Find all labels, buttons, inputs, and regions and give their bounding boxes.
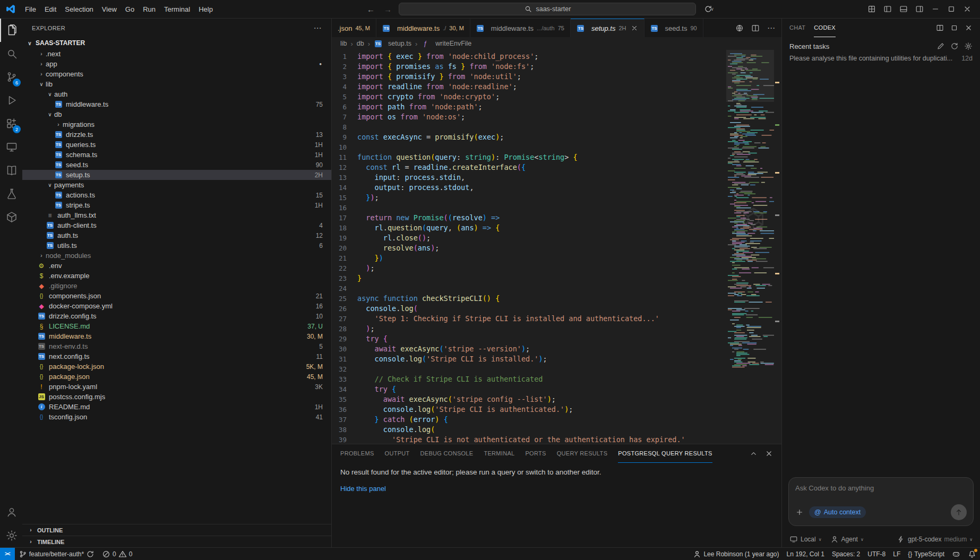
encoding-status[interactable]: UTF-8 bbox=[864, 548, 889, 560]
folder-payments[interactable]: ∨payments bbox=[22, 180, 331, 190]
close-window-button[interactable] bbox=[960, 2, 975, 16]
timeline-section[interactable]: › TIMELINE bbox=[22, 536, 331, 547]
attach-plus-icon[interactable] bbox=[795, 508, 804, 516]
folder-auth[interactable]: ∨auth bbox=[22, 89, 331, 99]
overview-ruler[interactable] bbox=[774, 50, 781, 444]
panel-tab-output[interactable]: OUTPUT bbox=[385, 444, 410, 463]
folder-app[interactable]: ›app● bbox=[22, 59, 331, 69]
file-package-lock.json[interactable]: {}package-lock.json5K, M bbox=[22, 361, 331, 372]
file-auth.ts[interactable]: TSauth.ts12 bbox=[22, 230, 331, 240]
folder-migrations[interactable]: ›migrations bbox=[22, 119, 331, 130]
forward-button[interactable]: → bbox=[382, 5, 393, 14]
cursor-position-status[interactable]: Ln 192, Col 1 bbox=[783, 548, 828, 560]
file-tsconfig.json[interactable]: {}tsconfig.json41 bbox=[22, 412, 331, 422]
menu-go[interactable]: Go bbox=[121, 3, 139, 15]
code-editor[interactable]: 1import { exec } from 'node:child_proces… bbox=[332, 50, 726, 444]
recent-task-item[interactable]: Please analyse this file containing util… bbox=[782, 53, 980, 64]
folder-lib[interactable]: ∨lib bbox=[22, 79, 331, 89]
codex-tab-chat[interactable]: CHAT bbox=[789, 19, 805, 37]
file-stripe.ts[interactable]: TSstripe.ts1H bbox=[22, 200, 331, 210]
file-seed.ts[interactable]: TSseed.ts90 bbox=[22, 160, 331, 170]
file-drizzle.ts[interactable]: TSdrizzle.ts13 bbox=[22, 130, 331, 140]
file-middleware.ts[interactable]: TSmiddleware.ts75 bbox=[22, 99, 331, 109]
file-LICENSE.md[interactable]: §LICENSE.md37, U bbox=[22, 321, 331, 331]
project-root-folder[interactable]: ∨ SAAS-STARTER bbox=[22, 37, 331, 49]
tab-setup.ts[interactable]: TSsetup.ts2H bbox=[571, 19, 644, 37]
activity-extensions[interactable]: 2 bbox=[0, 112, 22, 135]
folder-components[interactable]: ›components bbox=[22, 69, 331, 79]
panel-tab-problems[interactable]: PROBLEMS bbox=[340, 444, 374, 463]
file-drizzle.config.ts[interactable]: TSdrizzle.config.ts10 bbox=[22, 311, 331, 321]
auto-context-pill[interactable]: @ Auto context bbox=[809, 506, 866, 518]
remote-indicator[interactable]: >< bbox=[0, 548, 15, 560]
mode-selector[interactable]: Agent ∨ bbox=[830, 535, 864, 544]
menu-help[interactable]: Help bbox=[194, 3, 217, 15]
outline-section[interactable]: › OUTLINE bbox=[22, 524, 331, 536]
tab-.json[interactable]: .json45, M bbox=[332, 19, 376, 37]
git-blame-status[interactable]: Lee Robinson (1 year ago) bbox=[689, 548, 783, 560]
minimap[interactable] bbox=[726, 50, 774, 444]
breadcrumb-lib[interactable]: lib bbox=[340, 40, 347, 47]
folder-.next[interactable]: ›.next bbox=[22, 49, 331, 59]
menu-edit[interactable]: Edit bbox=[40, 3, 61, 15]
activity-docs[interactable] bbox=[0, 159, 22, 182]
menu-selection[interactable]: Selection bbox=[61, 3, 97, 15]
activity-remote-explorer[interactable] bbox=[0, 135, 22, 159]
file-postcss.config.mjs[interactable]: JSpostcss.config.mjs bbox=[22, 392, 331, 402]
language-mode-status[interactable]: {} TypeScript bbox=[904, 548, 948, 560]
file-README.md[interactable]: iREADME.md1H bbox=[22, 402, 331, 412]
panel-tab-postgresql-query-results[interactable]: POSTGRESQL QUERY RESULTS bbox=[618, 444, 712, 463]
copilot-status[interactable] bbox=[948, 548, 964, 560]
file-.env[interactable]: ⚙.env bbox=[22, 261, 331, 271]
split-editor-icon[interactable] bbox=[751, 24, 760, 32]
menu-view[interactable]: View bbox=[98, 3, 121, 15]
activity-explorer[interactable] bbox=[0, 19, 22, 42]
codex-maximize-icon[interactable] bbox=[950, 24, 958, 32]
file-next-env.d.ts[interactable]: TSnext-env.d.ts5 bbox=[22, 341, 331, 351]
activity-testing[interactable] bbox=[0, 182, 22, 205]
file-.gitignore[interactable]: ◆.gitignore bbox=[22, 281, 331, 291]
codex-globe-icon[interactable] bbox=[735, 24, 744, 32]
minimap-slider[interactable] bbox=[726, 50, 774, 102]
panel-close-icon[interactable] bbox=[765, 450, 773, 458]
panel-tab-query-results[interactable]: QUERY RESULTS bbox=[557, 444, 608, 463]
activity-accounts[interactable] bbox=[0, 501, 22, 524]
file-middleware.ts[interactable]: TSmiddleware.ts30, M bbox=[22, 331, 331, 341]
tab-middleware.ts[interactable]: TSmiddleware.ts./30, M bbox=[376, 19, 470, 37]
minimize-button[interactable] bbox=[928, 2, 943, 16]
explorer-more-actions-icon[interactable]: ⋯ bbox=[314, 23, 322, 33]
close-tab-icon[interactable] bbox=[631, 24, 638, 32]
model-selector[interactable]: gpt-5-codex medium ∨ bbox=[897, 535, 973, 544]
panel-tab-ports[interactable]: PORTS bbox=[525, 444, 546, 463]
file-components.json[interactable]: {}components.json21 bbox=[22, 291, 331, 301]
menu-run[interactable]: Run bbox=[139, 3, 160, 15]
environment-selector[interactable]: Local ∨ bbox=[789, 535, 822, 544]
indentation-status[interactable]: Spaces: 2 bbox=[828, 548, 864, 560]
toggle-secondary-sidebar-button[interactable] bbox=[912, 2, 927, 16]
task-history-icon[interactable] bbox=[950, 42, 959, 50]
editor-more-actions-icon[interactable]: ⋯ bbox=[767, 23, 775, 33]
codex-tab-codex[interactable]: CODEX bbox=[814, 19, 836, 37]
panel-maximize-icon[interactable] bbox=[750, 450, 758, 458]
hide-panel-link[interactable]: Hide this panel bbox=[340, 485, 386, 493]
menu-file[interactable]: File bbox=[21, 3, 40, 15]
breadcrumb-writeEnvFile[interactable]: ƒwriteEnvFile bbox=[421, 39, 471, 48]
file-auth-client.ts[interactable]: TSauth-client.ts4 bbox=[22, 220, 331, 230]
file-actions.ts[interactable]: TSactions.ts15 bbox=[22, 190, 331, 200]
layout-grid-button[interactable] bbox=[864, 2, 879, 16]
back-button[interactable]: ← bbox=[365, 5, 376, 14]
activity-source-control[interactable]: 6 bbox=[0, 65, 22, 89]
file-setup.ts[interactable]: TSsetup.ts2H bbox=[22, 170, 331, 180]
eol-status[interactable]: LF bbox=[889, 548, 904, 560]
activity-docker[interactable] bbox=[0, 205, 22, 229]
breadcrumb-setup.ts[interactable]: TSsetup.ts bbox=[374, 39, 411, 48]
activity-settings[interactable] bbox=[0, 524, 22, 547]
activity-run-and-debug[interactable] bbox=[0, 89, 22, 112]
toggle-panel-button[interactable] bbox=[896, 2, 911, 16]
file-package.json[interactable]: {}package.json45, M bbox=[22, 372, 331, 382]
file-next.config.ts[interactable]: TSnext.config.ts11 bbox=[22, 351, 331, 361]
git-branch-status[interactable]: feature/better-auth* bbox=[15, 548, 98, 560]
folder-db[interactable]: ∨db bbox=[22, 109, 331, 119]
activity-search[interactable] bbox=[0, 42, 22, 65]
panel-tab-debug-console[interactable]: DEBUG CONSOLE bbox=[420, 444, 474, 463]
